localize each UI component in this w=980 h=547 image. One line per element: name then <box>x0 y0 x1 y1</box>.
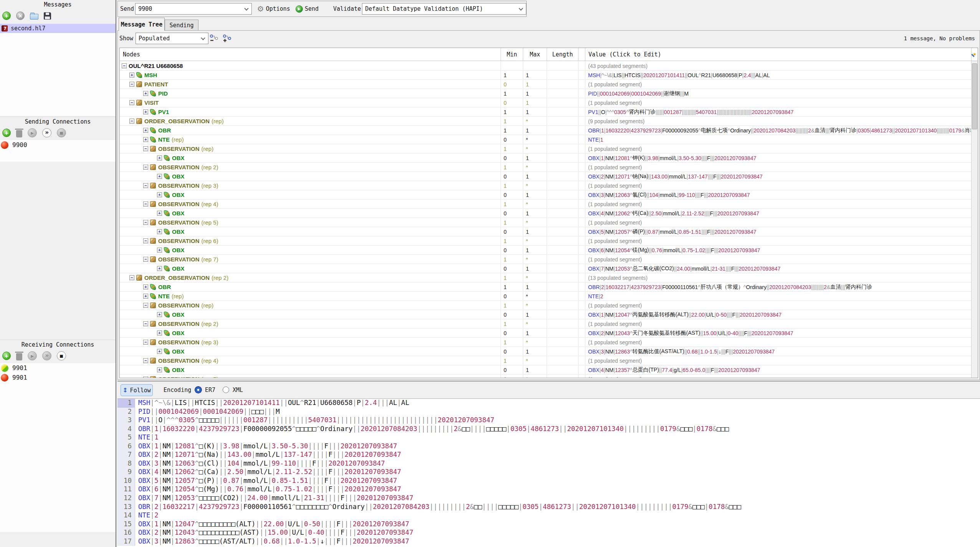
tree-row[interactable]: −OBSERVATION(rep 7)1*(1 populated segmen… <box>120 255 978 264</box>
node-label[interactable]: OBSERVATION <box>158 339 200 345</box>
expand-toggle-icon[interactable]: + <box>157 266 162 271</box>
tree-row[interactable]: +OBX01OBX|4|NM|12357^总蛋白(TP)||77.4|g/L|6… <box>120 365 978 375</box>
value-cell[interactable]: MSH|^~\&|LIS||HTCIS||20201207101411||OUL… <box>585 71 978 79</box>
stop-connection-icon[interactable]: ■ <box>57 128 66 137</box>
start-all-connections-icon[interactable]: » <box>42 351 51 360</box>
value-cell[interactable]: (1 populated segment) <box>585 80 978 89</box>
node-label[interactable]: PID <box>158 90 168 97</box>
tree-row[interactable]: −OBSERVATION(rep 4)1*(1 populated segmen… <box>120 200 978 209</box>
value-cell[interactable]: (1 populated segment) <box>585 255 978 264</box>
add-connection-button[interactable]: + <box>2 352 11 360</box>
node-label[interactable]: OBSERVATION <box>158 302 200 309</box>
tree-row[interactable]: −OBSERVATION(rep)1*(1 populated segment) <box>120 301 978 310</box>
node-label[interactable]: OBSERVATION <box>158 376 200 378</box>
node-label[interactable]: OBSERVATION <box>158 201 200 207</box>
start-connection-icon[interactable]: ▶ <box>28 128 37 137</box>
value-cell[interactable]: (43 populated segments) <box>585 61 978 70</box>
collapse-toggle-icon[interactable]: − <box>143 321 148 326</box>
node-label[interactable]: OBR <box>158 284 171 290</box>
collapse-toggle-icon[interactable]: − <box>129 119 134 124</box>
value-cell[interactable]: OBR|2|16032217|4237929723|F00000110561^肝… <box>585 283 978 291</box>
node-label[interactable]: OBX <box>172 173 185 180</box>
tree-row[interactable]: +OBR11OBR|1|16032220|4237929723|F0000009… <box>120 126 978 135</box>
node-label[interactable]: OBX <box>172 155 185 161</box>
vertical-scrollbar[interactable] <box>971 48 978 378</box>
node-label[interactable]: OBX <box>172 367 185 373</box>
start-connection-icon[interactable]: ▶ <box>28 351 37 360</box>
value-cell[interactable]: PV1||O|^^^0305^肾内科门诊||||||001287||||||||… <box>585 107 978 116</box>
tree-row[interactable]: −PATIENT01(1 populated segment) <box>120 80 978 89</box>
expand-toggle-icon[interactable]: + <box>157 229 162 234</box>
start-all-connections-icon[interactable]: » <box>42 128 51 137</box>
tree-row[interactable]: −ORDER_OBSERVATION(rep)1*(9 populated se… <box>120 117 978 126</box>
value-cell[interactable]: (1 populated segment) <box>585 144 978 153</box>
value-cell[interactable]: (9 populated segments) <box>585 117 978 126</box>
node-label[interactable]: ORDER_OBSERVATION <box>144 118 210 124</box>
open-file-icon[interactable] <box>30 14 38 20</box>
value-cell[interactable]: (1 populated segment) <box>585 163 978 172</box>
node-label[interactable]: OBSERVATION <box>158 256 200 263</box>
collapse-toggle-icon[interactable]: − <box>129 100 134 105</box>
tree-row[interactable]: −OBSERVATION(rep)1*(1 populated segment) <box>120 144 978 154</box>
encoding-xml-radio[interactable] <box>223 387 229 393</box>
collapse-toggle-icon[interactable]: − <box>129 275 134 280</box>
expand-toggle-icon[interactable]: + <box>129 73 134 78</box>
value-cell[interactable]: (1 populated segment) <box>585 236 978 245</box>
message-list-item[interactable]: 7 second.hl7 <box>0 24 116 33</box>
tree-row[interactable]: +PID11PID||0001042069|0001042069||谢继钢|||… <box>120 89 978 98</box>
value-cell[interactable]: OBR|1|16032220|4237929723|F00000092055^电… <box>585 126 978 135</box>
collapse-toggle-icon[interactable]: − <box>143 202 148 207</box>
value-cell[interactable]: OBX|2|NM|12071^钠(Na)||143.00|mmol/L|137-… <box>585 172 978 181</box>
value-cell[interactable]: OBX|1|NM|12047^丙氨酸氨基转移酶(ALT)||22.00|U/L|… <box>585 310 978 319</box>
tree-row[interactable]: +OBX01OBX|6|NM|12054^镁(Mg)||0.76|mmol/L|… <box>120 246 978 255</box>
collapse-all-icon[interactable] <box>209 34 218 43</box>
stop-connection-icon[interactable]: ■ <box>57 351 66 360</box>
node-label[interactable]: OBSERVATION <box>158 164 200 170</box>
value-cell[interactable]: (1 populated segment) <box>585 200 978 208</box>
node-label[interactable]: NTE <box>158 136 170 143</box>
node-label[interactable]: OBX <box>172 265 185 272</box>
tree-row[interactable]: −OBSERVATION(rep 2)1*(1 populated segmen… <box>120 319 978 329</box>
collapse-toggle-icon[interactable]: − <box>143 146 148 151</box>
value-cell[interactable]: OBX|6|NM|12054^镁(Mg)||0.76|mmol/L|0.75-1… <box>585 246 978 254</box>
tree-row[interactable]: −OBSERVATION(rep 3)1*(1 populated segmen… <box>120 181 978 190</box>
tree-row[interactable]: +OBX01OBX|1|NM|12047^丙氨酸氨基转移酶(ALT)||22.0… <box>120 310 978 319</box>
node-label[interactable]: VISIT <box>144 99 159 106</box>
close-message-button[interactable]: × <box>16 12 25 20</box>
tree-row[interactable]: +OBX01OBX|3|NM|12063^氯(Cl)||104|mmol/L|9… <box>120 190 978 200</box>
tree-row[interactable]: +OBX01OBX|4|NM|12062^钙(Ca)||2.50|mmol/L|… <box>120 209 978 218</box>
collapse-toggle-icon[interactable]: − <box>143 257 148 262</box>
collapse-toggle-icon[interactable]: − <box>143 303 148 308</box>
expand-toggle-icon[interactable]: + <box>143 294 148 299</box>
scrollbar-thumb[interactable] <box>972 63 977 129</box>
tree-row[interactable]: +OBR11OBR|2|16032217|4237929723|F0000011… <box>120 283 978 292</box>
tree-row[interactable]: +OBX01OBX|7|NM|12053^总二氧化碳(CO2)||24.00|m… <box>120 264 978 273</box>
value-cell[interactable]: OBX|4|NM|12357^总蛋白(TP)||77.4|g/L|65.0-85… <box>585 365 978 374</box>
node-label[interactable]: OBSERVATION <box>158 357 200 364</box>
expand-toggle-icon[interactable]: + <box>157 248 162 253</box>
expand-toggle-icon[interactable]: + <box>143 109 148 114</box>
tree-row[interactable]: −OBSERVATION(rep 2)1*(1 populated segmen… <box>120 163 978 172</box>
value-cell[interactable]: (1 populated segment) <box>585 218 978 227</box>
expand-toggle-icon[interactable]: + <box>157 367 162 372</box>
follow-toggle-button[interactable]: ↕ Follow <box>121 384 153 396</box>
node-label[interactable]: OBSERVATION <box>158 238 200 244</box>
node-label[interactable]: OBX <box>172 311 185 318</box>
value-cell[interactable]: (1 populated segment) <box>585 375 978 378</box>
add-connection-button[interactable]: + <box>2 129 11 137</box>
collapse-toggle-icon[interactable]: − <box>143 358 148 363</box>
value-cell[interactable]: (1 populated segment) <box>585 338 978 347</box>
connection-item[interactable]: 9901 <box>0 373 116 382</box>
collapse-toggle-icon[interactable]: − <box>143 377 148 378</box>
value-cell[interactable]: OBX|1|NM|12081^钾(K)||3.98|mmol/L|3.50-5.… <box>585 154 978 162</box>
tree-row[interactable]: −OBSERVATION(rep 4)1*(1 populated segmen… <box>120 356 978 365</box>
value-cell[interactable]: NTE|2 <box>585 292 978 301</box>
collapse-toggle-icon[interactable]: − <box>129 82 134 87</box>
collapse-toggle-icon[interactable]: − <box>122 63 127 68</box>
node-label[interactable]: OBX <box>172 210 185 216</box>
tree-row[interactable]: +NTE(rep)0*NTE|1 <box>120 135 978 144</box>
send-button[interactable]: ▶ Send <box>296 5 319 13</box>
add-message-button[interactable]: + <box>2 12 11 20</box>
options-button[interactable]: ⚙ Options <box>257 5 290 13</box>
connection-item[interactable]: 9900 <box>0 140 116 150</box>
